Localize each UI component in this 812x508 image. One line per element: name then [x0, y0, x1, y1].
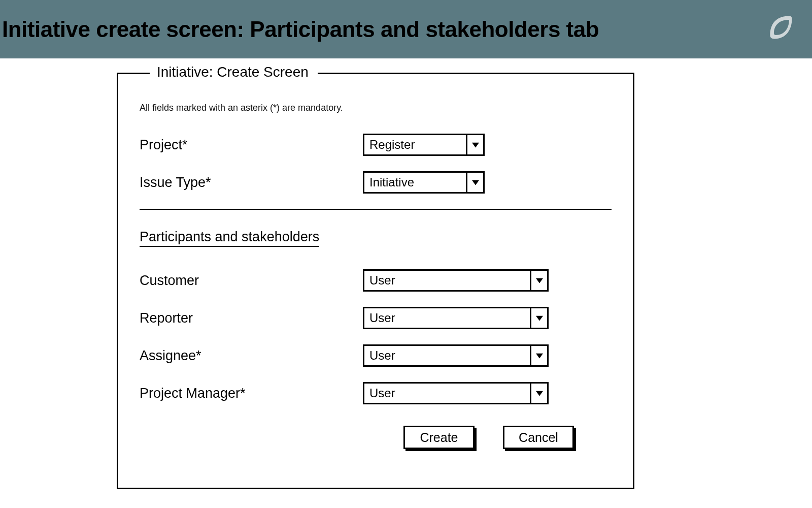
field-project: Project* Register: [140, 134, 612, 156]
divider: [140, 209, 612, 210]
slide-header: Initiative create screen: Participants a…: [0, 0, 812, 58]
label-customer: Customer: [140, 273, 363, 289]
chevron-down-icon[interactable]: [530, 384, 547, 403]
chevron-down-icon[interactable]: [466, 173, 483, 192]
chevron-down-icon[interactable]: [530, 271, 547, 290]
label-project: Project*: [140, 137, 363, 153]
combo-assignee-value: User: [364, 346, 530, 365]
label-project-manager: Project Manager*: [140, 386, 363, 401]
field-reporter: Reporter User: [140, 307, 612, 329]
slide-title: Initiative create screen: Participants a…: [2, 17, 599, 42]
combo-project-manager-value: User: [364, 384, 530, 403]
field-issue-type: Issue Type* Initiative: [140, 171, 612, 194]
field-customer: Customer User: [140, 269, 612, 292]
label-assignee: Assignee*: [140, 348, 363, 364]
create-screen-panel: Initiative: Create Screen All fields mar…: [117, 73, 634, 489]
svg-marker-2: [536, 278, 543, 283]
combo-reporter-value: User: [364, 308, 530, 328]
label-reporter: Reporter: [140, 310, 363, 326]
label-issue-type: Issue Type*: [140, 175, 363, 190]
field-project-manager: Project Manager* User: [140, 382, 612, 404]
panel-legend: Initiative: Create Screen: [150, 64, 318, 80]
combo-issue-type[interactable]: Initiative: [363, 171, 485, 194]
combo-project-value: Register: [364, 135, 466, 154]
svg-marker-3: [536, 316, 543, 321]
combo-project[interactable]: Register: [363, 134, 485, 156]
leaf-icon: [765, 11, 796, 42]
section-participants-heading: Participants and stakeholders: [140, 229, 319, 247]
create-button[interactable]: Create: [403, 426, 475, 449]
chevron-down-icon[interactable]: [530, 346, 547, 365]
combo-project-manager[interactable]: User: [363, 382, 549, 404]
combo-reporter[interactable]: User: [363, 307, 549, 329]
svg-marker-1: [472, 180, 479, 185]
svg-marker-4: [536, 354, 543, 359]
field-assignee: Assignee* User: [140, 344, 612, 367]
combo-issue-type-value: Initiative: [364, 173, 466, 192]
action-buttons: Create Cancel: [140, 426, 612, 449]
chevron-down-icon[interactable]: [466, 135, 483, 154]
svg-marker-0: [472, 143, 479, 148]
mandatory-hint: All fields marked with an asterix (*) ar…: [140, 103, 612, 113]
svg-marker-5: [536, 391, 543, 396]
combo-customer-value: User: [364, 271, 530, 290]
cancel-button[interactable]: Cancel: [503, 426, 574, 449]
chevron-down-icon[interactable]: [530, 308, 547, 328]
combo-customer[interactable]: User: [363, 269, 549, 292]
canvas: Initiative: Create Screen All fields mar…: [0, 58, 812, 508]
combo-assignee[interactable]: User: [363, 344, 549, 367]
